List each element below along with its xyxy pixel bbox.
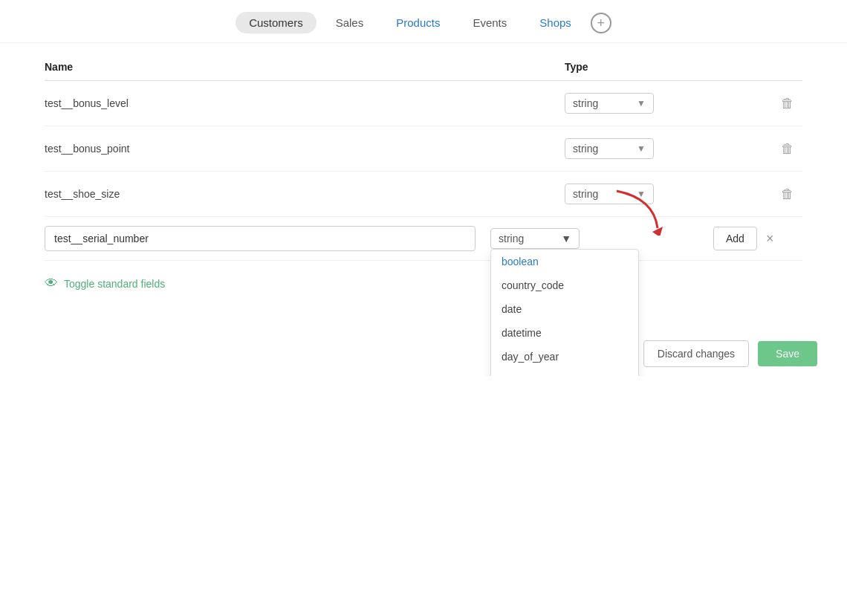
type-select-test__bonus_point[interactable]: string ▼ [565, 138, 654, 159]
row-action-cell: 🗑 [773, 96, 802, 111]
dropdown-item-email[interactable]: email [491, 369, 638, 376]
eye-icon: 👁 [45, 276, 58, 291]
type-select-test__bonus_level[interactable]: string ▼ [565, 93, 654, 114]
type-value: string [573, 143, 598, 155]
bottom-action-bar: Discard changes Save [0, 331, 847, 376]
column-type-header: Type [565, 61, 773, 73]
new-attribute-type-container: string ▼ booleancountry_codedatedatetime… [490, 228, 698, 249]
toggle-standard-fields-label: Toggle standard fields [64, 278, 165, 290]
row-action-cell: 🗑 [773, 187, 802, 202]
type-value: string [573, 188, 598, 200]
new-attribute-row: string ▼ booleancountry_codedatedatetime… [45, 217, 802, 261]
row-type-cell: string ▼ [565, 184, 773, 204]
delete-attribute-button[interactable]: 🗑 [781, 96, 794, 111]
table-row: test__bonus_point string ▼ 🗑 [45, 126, 802, 172]
table-row: test__shoe_size string ▼ 🗑 [45, 172, 802, 217]
nav-tab-events[interactable]: Events [459, 12, 520, 33]
cancel-new-attribute-button[interactable]: × [763, 228, 777, 250]
new-attribute-type-select[interactable]: string ▼ [490, 228, 580, 249]
dropdown-item-boolean[interactable]: boolean [491, 250, 638, 273]
nav-tab-shops[interactable]: Shops [526, 12, 585, 33]
type-dropdown: booleancountry_codedatedatetimeday_of_ye… [490, 249, 639, 376]
dropdown-item-datetime[interactable]: datetime [491, 321, 638, 345]
dropdown-item-country_code[interactable]: country_code [491, 273, 638, 297]
row-attribute-name: test__bonus_point [45, 143, 565, 155]
dropdown-item-day_of_year[interactable]: day_of_year [491, 345, 638, 369]
chevron-down-icon: ▼ [637, 98, 646, 108]
dropdown-item-date[interactable]: date [491, 297, 638, 321]
table-row: test__bonus_level string ▼ 🗑 [45, 81, 802, 126]
main-content: Name Type test__bonus_level string ▼ 🗑 t… [15, 43, 832, 324]
add-tab-button[interactable]: + [591, 13, 611, 33]
chevron-down-icon: ▼ [637, 143, 646, 154]
row-action-cell: 🗑 [773, 141, 802, 157]
save-button[interactable]: Save [758, 341, 817, 366]
table-rows: test__bonus_level string ▼ 🗑 test__bonus… [45, 81, 802, 217]
row-type-cell: string ▼ [565, 138, 773, 159]
row-attribute-name: test__bonus_level [45, 97, 565, 109]
chevron-down-icon: ▼ [637, 189, 646, 199]
chevron-down-icon: ▼ [561, 233, 571, 244]
table-header: Name Type [45, 61, 802, 81]
nav-tab-customers[interactable]: Customers [236, 12, 317, 33]
nav-tab-sales[interactable]: Sales [322, 12, 377, 33]
delete-attribute-button[interactable]: 🗑 [781, 141, 794, 157]
column-name-header: Name [45, 61, 565, 73]
toggle-standard-fields[interactable]: 👁 Toggle standard fields [45, 276, 802, 291]
new-row-actions: Add × [713, 227, 776, 250]
delete-attribute-button[interactable]: 🗑 [781, 187, 794, 202]
dropdown-scroll-area[interactable]: booleancountry_codedatedatetimeday_of_ye… [491, 250, 638, 376]
type-value: string [573, 97, 598, 109]
type-select-test__shoe_size[interactable]: string ▼ [565, 184, 654, 204]
svg-marker-0 [652, 227, 663, 236]
row-attribute-name: test__shoe_size [45, 188, 565, 200]
add-attribute-button[interactable]: Add [713, 227, 757, 250]
top-navigation: CustomersSalesProductsEventsShops+ [0, 0, 847, 43]
nav-tab-products[interactable]: Products [383, 12, 453, 33]
discard-changes-button[interactable]: Discard changes [643, 340, 749, 367]
row-type-cell: string ▼ [565, 93, 773, 114]
new-attribute-type-value: string [499, 233, 524, 244]
new-attribute-name-input[interactable] [45, 226, 476, 251]
